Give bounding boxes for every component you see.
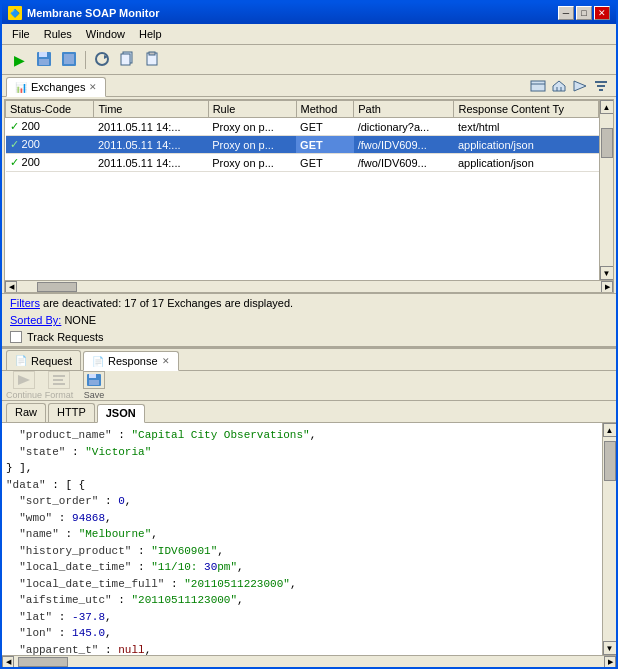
request-tab[interactable]: 📄 Request [6, 350, 81, 370]
json-line: "lon" : 145.0, [6, 625, 598, 642]
save-lower-label: Save [84, 390, 105, 400]
filters-link[interactable]: Filters [10, 297, 40, 309]
continue-button: Continue [8, 371, 40, 400]
svg-rect-2 [39, 59, 49, 65]
window-title: Membrane SOAP Monitor [27, 7, 159, 19]
track-requests-label: Track Requests [27, 331, 104, 343]
cell-method: GET [296, 136, 354, 154]
json-tab[interactable]: JSON [97, 404, 145, 423]
paste-icon [144, 51, 160, 69]
json-line: "name" : "Melbourne", [6, 526, 598, 543]
response-tab[interactable]: 📄 Response ✕ [83, 351, 179, 371]
save-icon [36, 51, 52, 69]
settings-icon [61, 51, 77, 69]
exchanges-tab-icon: 📊 [15, 82, 27, 93]
col-content-type: Response Content Ty [454, 101, 599, 118]
menu-window[interactable]: Window [80, 26, 131, 42]
exchange-hscroll[interactable]: ◀ ▶ [5, 280, 613, 292]
json-vscroll[interactable]: ▲ ▼ [602, 423, 616, 655]
cell-time: 2011.05.11 14:... [94, 154, 208, 172]
exchange-table-area: Status-Code Time Rule Method Path Respon… [4, 99, 614, 293]
top-section: 📊 Exchanges ✕ [2, 75, 616, 347]
close-button[interactable]: ✕ [594, 6, 610, 20]
main-toolbar: ▶ [2, 45, 616, 75]
cell-rule: Proxy on p... [208, 154, 296, 172]
svg-point-5 [96, 53, 108, 65]
json-vscroll-thumb[interactable] [604, 441, 616, 481]
response-tab-close[interactable]: ✕ [162, 356, 170, 366]
settings-button[interactable] [58, 49, 80, 71]
http-tab[interactable]: HTTP [48, 403, 95, 422]
json-line: "history_product" : "IDV60901", [6, 543, 598, 560]
format-button: Format [43, 371, 75, 400]
status-check-icon: ✓ [10, 156, 19, 168]
json-line: "local_date_time" : "11/10: 30pm", [6, 559, 598, 576]
cell-content-type: text/html [454, 118, 599, 136]
exchanges-tab-label: Exchanges [31, 81, 85, 93]
cell-content-type: application/json [454, 154, 599, 172]
copy-button[interactable] [116, 49, 138, 71]
main-window: 🔷 Membrane SOAP Monitor ─ □ ✕ File Rules… [0, 0, 618, 669]
json-line: "sort_order" : 0, [6, 493, 598, 510]
menu-file[interactable]: File [6, 26, 36, 42]
minimize-button[interactable]: ─ [558, 6, 574, 20]
status-check-icon: ✓ [10, 138, 19, 150]
exchange-btn-3[interactable] [571, 78, 589, 94]
sorted-value: NONE [64, 314, 96, 326]
col-status-code: Status-Code [6, 101, 94, 118]
save-button[interactable]: Save [78, 371, 110, 400]
json-hscroll-left[interactable]: ◀ [2, 656, 14, 668]
json-vscroll-down[interactable]: ▼ [603, 641, 617, 655]
format-icon [48, 371, 70, 389]
menu-rules[interactable]: Rules [38, 26, 78, 42]
svg-rect-11 [531, 81, 545, 91]
json-hscroll[interactable]: ◀ ▶ [2, 655, 616, 667]
save-toolbar-button[interactable] [33, 49, 55, 71]
format-label: Format [45, 390, 74, 400]
cell-rule: Proxy on p... [208, 118, 296, 136]
exchange-btn-filter[interactable] [592, 78, 610, 94]
col-time: Time [94, 101, 208, 118]
vscroll-down[interactable]: ▼ [600, 266, 614, 280]
exchanges-tab-header: 📊 Exchanges ✕ [2, 75, 616, 97]
json-hscroll-right[interactable]: ▶ [604, 656, 616, 668]
exchange-btn-2[interactable] [550, 78, 568, 94]
request-tab-icon: 📄 [15, 355, 27, 366]
raw-tab[interactable]: Raw [6, 403, 46, 422]
response-tab-icon: 📄 [92, 356, 104, 367]
exchanges-tab-close[interactable]: ✕ [89, 82, 97, 92]
exchange-table-container[interactable]: Status-Code Time Rule Method Path Respon… [5, 100, 599, 280]
table-row[interactable]: ✓ 200 2011.05.11 14:... Proxy on p... GE… [6, 154, 599, 172]
exchange-vscroll[interactable]: ▲ ▼ [599, 100, 613, 280]
svg-rect-24 [89, 380, 99, 385]
exchanges-tab[interactable]: 📊 Exchanges ✕ [6, 77, 106, 97]
menu-help[interactable]: Help [133, 26, 168, 42]
hscroll-left[interactable]: ◀ [5, 281, 17, 293]
vscroll-up[interactable]: ▲ [600, 100, 614, 114]
exchange-table: Status-Code Time Rule Method Path Respon… [5, 100, 599, 172]
hscroll-thumb[interactable] [37, 282, 77, 292]
refresh-button[interactable] [91, 49, 113, 71]
json-content-area[interactable]: "product_name" : "Capital City Observati… [2, 423, 602, 655]
request-tab-label: Request [31, 355, 72, 367]
lower-panel: 📄 Request 📄 Response ✕ Continue [2, 347, 616, 667]
maximize-button[interactable]: □ [576, 6, 592, 20]
cell-path: /fwo/IDV609... [354, 154, 454, 172]
sorted-by-link[interactable]: Sorted By: [10, 314, 61, 326]
paste-button[interactable] [141, 49, 163, 71]
status-check-icon: ✓ [10, 120, 19, 132]
vscroll-thumb[interactable] [601, 128, 613, 158]
track-requests-checkbox[interactable] [10, 331, 22, 343]
json-line: } ], [6, 460, 598, 477]
table-row[interactable]: ✓ 200 2011.05.11 14:... Proxy on p... GE… [6, 118, 599, 136]
json-line: "apparent_t" : null, [6, 642, 598, 656]
table-header-row: Status-Code Time Rule Method Path Respon… [6, 101, 599, 118]
exchange-btn-1[interactable] [529, 78, 547, 94]
hscroll-right[interactable]: ▶ [601, 281, 613, 293]
refresh-icon [94, 51, 110, 69]
json-vscroll-up[interactable]: ▲ [603, 423, 617, 437]
cell-rule: Proxy on p... [208, 136, 296, 154]
json-hscroll-thumb[interactable] [18, 657, 68, 667]
table-row[interactable]: ✓ 200 2011.05.11 14:... Proxy on p... GE… [6, 136, 599, 154]
play-button[interactable]: ▶ [8, 49, 30, 71]
